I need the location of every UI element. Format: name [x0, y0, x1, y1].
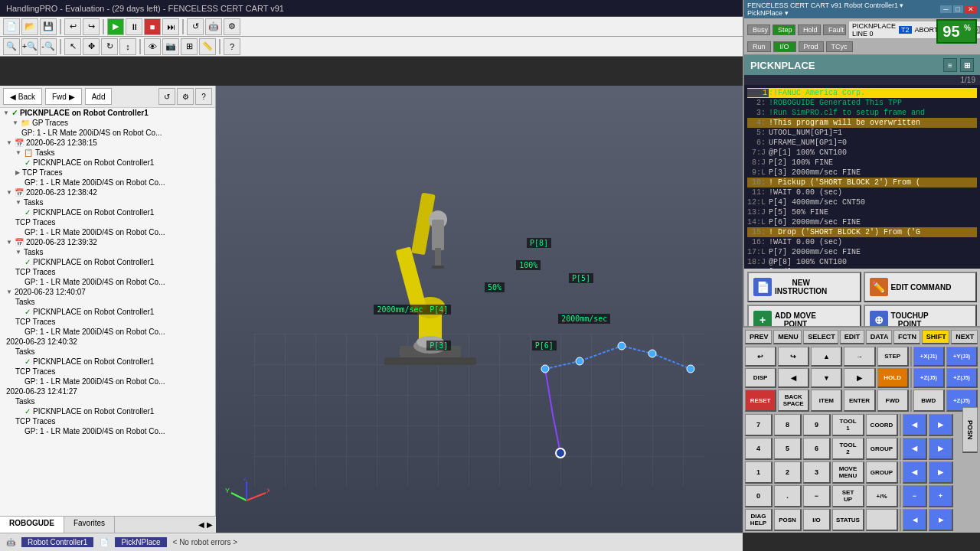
- key-tool1[interactable]: TOOL1: [832, 414, 864, 436]
- tree-item[interactable]: ✓ PICKNPLACE on Robot Controller1: [0, 357, 215, 367]
- tree-item[interactable]: Tasks: [0, 347, 215, 357]
- tb-zoom-fit[interactable]: 🔍: [3, 38, 20, 55]
- key-group[interactable]: GROUP: [866, 438, 898, 460]
- status-tcyc[interactable]: TCyc: [826, 41, 853, 52]
- tb-stop[interactable]: ■: [144, 18, 161, 35]
- status-program[interactable]: PickNPlace: [115, 537, 166, 547]
- key-p2[interactable]: ◀: [903, 509, 927, 531]
- tree-item[interactable]: ✓ PICKNPLACE on Robot Controller1: [0, 207, 215, 217]
- key-tool2[interactable]: TOOL2: [832, 438, 864, 460]
- status-prod[interactable]: Prod: [799, 41, 824, 52]
- tree-item[interactable]: ✓ PICKNPLACE on Robot Controller1: [0, 257, 215, 267]
- pend-prev[interactable]: PREV: [745, 330, 772, 344]
- help-icon[interactable]: ?: [195, 88, 212, 105]
- key-1[interactable]: 1: [745, 461, 773, 484]
- tree-item[interactable]: ▼ 📋 Tasks: [0, 148, 215, 158]
- prog-grid-icon[interactable]: ⊞: [960, 58, 974, 72]
- pend-fwd-arrow[interactable]: ↪: [778, 347, 809, 367]
- pend-item[interactable]: ITEM: [811, 390, 842, 412]
- tb-zoom-out[interactable]: -🔍: [40, 38, 57, 55]
- tree-item[interactable]: ▼ 📁 GP Traces: [0, 118, 215, 128]
- tree-item[interactable]: ▶ TCP Traces: [0, 168, 215, 178]
- key-0[interactable]: 0: [745, 485, 773, 507]
- tree-item[interactable]: ▼ Tasks: [0, 197, 215, 207]
- status-step[interactable]: Step: [773, 24, 795, 35]
- tb-rotate[interactable]: ↻: [101, 38, 118, 55]
- pend-left[interactable]: ◀: [778, 368, 809, 388]
- pend-plus-x[interactable]: +X(J1): [913, 347, 945, 367]
- pend-right2[interactable]: ▶: [844, 368, 875, 388]
- pend-step[interactable]: STEP: [877, 347, 909, 367]
- tree-item[interactable]: 2020-06-23 12:41:27: [0, 386, 215, 396]
- key-setup[interactable]: SETUP: [832, 485, 864, 507]
- key-posn[interactable]: POSN: [774, 509, 802, 531]
- key-diag[interactable]: DIAGHELP: [745, 509, 773, 531]
- tb-translate[interactable]: ↕: [119, 38, 136, 55]
- pend-up[interactable]: ▲: [811, 347, 842, 367]
- key-plus-pct[interactable]: +/%: [866, 485, 898, 507]
- new-instruction-btn[interactable]: 📄 NEWINSTRUCTION: [747, 272, 861, 302]
- tb-view2[interactable]: 📷: [162, 38, 179, 55]
- tb-open[interactable]: 📂: [21, 18, 38, 35]
- pend-backspace[interactable]: BACKSPACE: [778, 390, 809, 412]
- key-6[interactable]: 6: [803, 438, 831, 460]
- tree-item[interactable]: TCP Traces: [0, 416, 215, 426]
- tree-item[interactable]: ✓ PICKNPLACE on Robot Controller1: [0, 158, 215, 168]
- tb-undo[interactable]: ↩: [64, 18, 81, 35]
- pend-data[interactable]: DATA: [866, 330, 892, 344]
- pend-next[interactable]: NEXT: [951, 330, 978, 344]
- key-j-right2[interactable]: ▶: [929, 438, 953, 460]
- fanuc-close[interactable]: ✕: [965, 5, 977, 13]
- key-io[interactable]: I/O: [803, 509, 831, 531]
- key-3[interactable]: 3: [803, 461, 831, 484]
- fanuc-maximize[interactable]: □: [953, 5, 963, 13]
- pend-edit[interactable]: EDIT: [840, 330, 864, 344]
- pend-fwd-btn[interactable]: FWD: [877, 390, 909, 412]
- main-3d-view[interactable]: P[8] 100% P[5] P[4] 50% 2000mm/sec 2000m…: [216, 86, 743, 533]
- key-j-right1[interactable]: ▶: [929, 414, 953, 436]
- pend-menu[interactable]: MENU: [773, 330, 802, 344]
- key-5[interactable]: 5: [774, 438, 802, 460]
- tpp-code-area[interactable]: 1 :!FANUC America Corp. 2: !ROBOGUIDE Ge…: [744, 85, 980, 269]
- tb-step[interactable]: ⏭: [162, 18, 179, 35]
- pend-back-arrow[interactable]: ↩: [745, 347, 776, 367]
- key-j-left1[interactable]: ◀: [903, 414, 927, 436]
- pend-hold[interactable]: HOLD: [877, 368, 909, 388]
- key-coord[interactable]: COORD: [866, 414, 898, 436]
- pend-select[interactable]: SELECT: [803, 330, 838, 344]
- tree-item[interactable]: GP: 1 - LR Mate 200iD/4S on Robot Co...: [0, 327, 215, 337]
- pend-shift[interactable]: SHIFT: [922, 330, 950, 344]
- tree-item[interactable]: GP: 1 - LR Mate 200iD/4S on Robot Co...: [0, 377, 215, 386]
- tree-item[interactable]: ▼ ✓ PICKNPLACE on Robot Controller1: [0, 108, 215, 118]
- pend-fctn[interactable]: FCTN: [893, 330, 920, 344]
- tree-item[interactable]: GP: 1 - LR Mate 200iD/4S on Robot Co...: [0, 178, 215, 187]
- status-run[interactable]: Run: [747, 41, 771, 52]
- scroll-left-icon[interactable]: ◀: [198, 520, 204, 529]
- edit-command-btn[interactable]: ✏️ EDIT COMMAND: [864, 272, 978, 302]
- key-group2[interactable]: GROUP: [866, 461, 898, 484]
- key-7[interactable]: 7: [745, 414, 773, 436]
- tree-item[interactable]: ▼ Tasks: [0, 247, 215, 257]
- pend-down[interactable]: ▼: [811, 368, 842, 388]
- posn-side-btn[interactable]: POSN: [962, 407, 978, 453]
- tb-zoom-in[interactable]: +🔍: [21, 38, 38, 55]
- tree-item[interactable]: 2020-06-23 12:40:32: [0, 337, 215, 347]
- key-p3[interactable]: ▶: [929, 509, 953, 531]
- tb-save[interactable]: 💾: [40, 18, 57, 35]
- status-busy[interactable]: Busy: [747, 24, 770, 35]
- tb-grid[interactable]: ⊞: [181, 38, 198, 55]
- tree-item[interactable]: TCP Traces: [0, 217, 215, 227]
- tree-item[interactable]: ▼ 📅 2020-06-23 12:39:32: [0, 237, 215, 247]
- pend-plus-z1[interactable]: +Z(J5): [913, 368, 945, 388]
- tb-pause[interactable]: ⏸: [126, 18, 142, 35]
- tree-item[interactable]: TCP Traces: [0, 317, 215, 327]
- tb-view1[interactable]: 👁: [144, 38, 161, 55]
- key-status[interactable]: STATUS: [832, 509, 864, 531]
- key-minus[interactable]: −: [803, 485, 831, 507]
- status-hold[interactable]: Hold: [798, 24, 821, 35]
- nav-fwd[interactable]: Fwd ▶: [45, 88, 82, 105]
- nav-add[interactable]: Add: [85, 88, 113, 105]
- pend-reset[interactable]: RESET: [745, 390, 776, 412]
- tree-item[interactable]: ▼ 📅 2020-06-23 12:38:42: [0, 187, 215, 197]
- tb-move[interactable]: ✥: [83, 38, 100, 55]
